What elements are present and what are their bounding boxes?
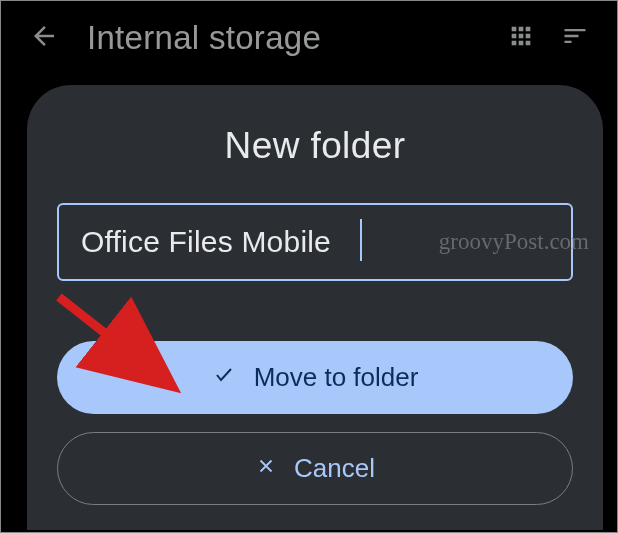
app-header: Internal storage [1,1,617,75]
move-to-folder-button[interactable]: Move to folder [57,341,573,414]
check-icon [212,362,236,393]
dialog-title: New folder [225,125,406,167]
move-button-label: Move to folder [254,362,419,393]
cancel-button-label: Cancel [294,453,375,484]
sort-icon[interactable] [561,22,589,54]
back-arrow-icon[interactable] [29,21,59,55]
header-actions [507,22,589,54]
text-caret [360,219,362,261]
close-icon [255,453,277,484]
grid-view-icon[interactable] [507,22,535,54]
new-folder-dialog: New folder Move to folder Cancel [27,85,603,530]
page-title: Internal storage [87,19,479,57]
folder-name-input-wrapper [57,203,573,281]
cancel-button[interactable]: Cancel [57,432,573,505]
folder-name-input[interactable] [57,203,573,281]
